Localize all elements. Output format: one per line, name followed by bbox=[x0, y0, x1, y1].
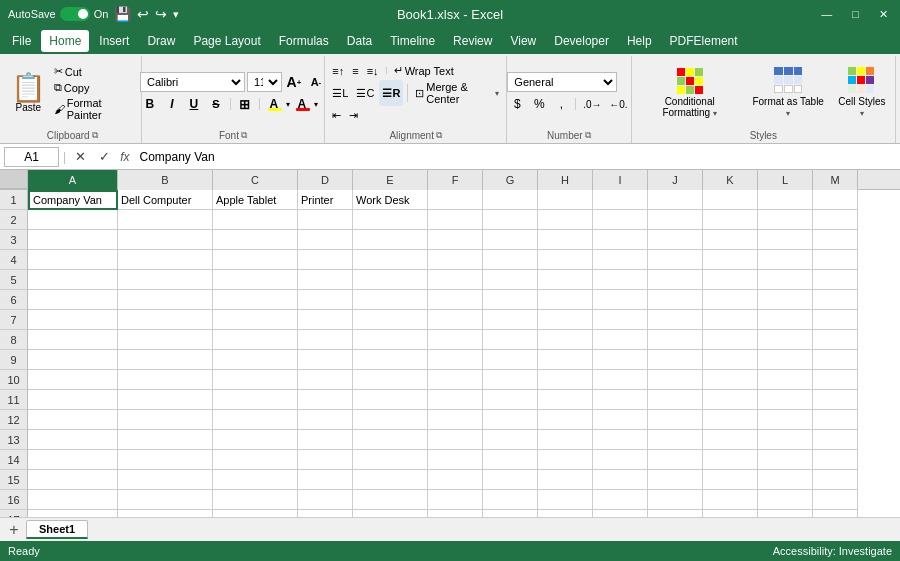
col-header-g[interactable]: G bbox=[483, 170, 538, 190]
cell[interactable] bbox=[28, 310, 118, 330]
col-header-a[interactable]: A bbox=[28, 170, 118, 190]
conditional-formatting-arrow[interactable]: ▾ bbox=[713, 109, 717, 118]
autosave-toggle[interactable]: AutoSave On bbox=[8, 7, 108, 21]
row-number[interactable]: 3 bbox=[0, 230, 28, 250]
menu-page-layout[interactable]: Page Layout bbox=[185, 30, 268, 52]
cell[interactable] bbox=[703, 470, 758, 490]
cell[interactable] bbox=[813, 190, 858, 210]
cell[interactable] bbox=[353, 470, 428, 490]
cell-reference-box[interactable] bbox=[4, 147, 59, 167]
menu-home[interactable]: Home bbox=[41, 30, 89, 52]
cell[interactable] bbox=[353, 370, 428, 390]
cell[interactable] bbox=[28, 450, 118, 470]
cell[interactable] bbox=[758, 470, 813, 490]
cell[interactable] bbox=[703, 330, 758, 350]
cell[interactable] bbox=[648, 350, 703, 370]
cell[interactable] bbox=[213, 310, 298, 330]
cell[interactable] bbox=[28, 430, 118, 450]
cell[interactable] bbox=[813, 310, 858, 330]
cell[interactable]: Company Van bbox=[28, 190, 118, 210]
cell[interactable] bbox=[593, 310, 648, 330]
cell[interactable] bbox=[538, 210, 593, 230]
align-middle-btn[interactable]: ≡ bbox=[349, 63, 361, 78]
cell[interactable] bbox=[538, 490, 593, 510]
cell[interactable] bbox=[813, 370, 858, 390]
cell[interactable] bbox=[298, 370, 353, 390]
col-header-m[interactable]: M bbox=[813, 170, 858, 190]
menu-help[interactable]: Help bbox=[619, 30, 660, 52]
menu-file[interactable]: File bbox=[4, 30, 39, 52]
row-number[interactable]: 15 bbox=[0, 470, 28, 490]
cell[interactable] bbox=[298, 430, 353, 450]
cell[interactable] bbox=[813, 490, 858, 510]
cell[interactable] bbox=[28, 390, 118, 410]
cell[interactable] bbox=[703, 210, 758, 230]
cell[interactable] bbox=[593, 330, 648, 350]
cell[interactable] bbox=[593, 230, 648, 250]
cell[interactable] bbox=[483, 330, 538, 350]
cell[interactable] bbox=[758, 330, 813, 350]
col-header-c[interactable]: C bbox=[213, 170, 298, 190]
cell[interactable] bbox=[213, 210, 298, 230]
cell[interactable] bbox=[758, 350, 813, 370]
cell[interactable] bbox=[703, 350, 758, 370]
cell[interactable] bbox=[703, 290, 758, 310]
cell[interactable] bbox=[593, 270, 648, 290]
cell-styles-arrow[interactable]: ▾ bbox=[860, 109, 864, 118]
cell[interactable] bbox=[298, 510, 353, 517]
cell[interactable] bbox=[213, 390, 298, 410]
align-bottom-btn[interactable]: ≡↓ bbox=[364, 63, 382, 78]
cell[interactable] bbox=[483, 250, 538, 270]
cell[interactable] bbox=[538, 410, 593, 430]
font-size-select[interactable]: 11 bbox=[247, 72, 282, 92]
cell[interactable] bbox=[648, 370, 703, 390]
cell[interactable] bbox=[428, 390, 483, 410]
cell[interactable] bbox=[648, 430, 703, 450]
cell[interactable] bbox=[593, 350, 648, 370]
number-expand-icon[interactable]: ⧉ bbox=[585, 130, 591, 141]
cell[interactable] bbox=[538, 290, 593, 310]
cell[interactable] bbox=[703, 450, 758, 470]
menu-draw[interactable]: Draw bbox=[139, 30, 183, 52]
cell[interactable] bbox=[118, 450, 213, 470]
cell[interactable] bbox=[593, 250, 648, 270]
cell[interactable] bbox=[353, 350, 428, 370]
cell[interactable] bbox=[28, 290, 118, 310]
alignment-expand-icon[interactable]: ⧉ bbox=[436, 130, 442, 141]
bold-button[interactable]: B bbox=[140, 94, 160, 114]
cell[interactable] bbox=[593, 490, 648, 510]
col-header-f[interactable]: F bbox=[428, 170, 483, 190]
cell[interactable] bbox=[28, 410, 118, 430]
cell[interactable] bbox=[353, 310, 428, 330]
row-number[interactable]: 13 bbox=[0, 430, 28, 450]
decrease-decimal-btn[interactable]: ←0. bbox=[606, 94, 630, 114]
cell[interactable] bbox=[428, 310, 483, 330]
cell[interactable] bbox=[703, 230, 758, 250]
cell[interactable] bbox=[593, 190, 648, 210]
align-left-btn[interactable]: ☰L bbox=[329, 80, 351, 106]
cell[interactable] bbox=[298, 350, 353, 370]
cell[interactable] bbox=[28, 370, 118, 390]
indent-decrease-btn[interactable]: ⇤ bbox=[329, 108, 344, 123]
cell[interactable] bbox=[118, 330, 213, 350]
cell[interactable] bbox=[483, 370, 538, 390]
cell[interactable] bbox=[118, 250, 213, 270]
cell[interactable] bbox=[213, 290, 298, 310]
cell[interactable] bbox=[28, 250, 118, 270]
cell[interactable] bbox=[483, 350, 538, 370]
cell[interactable] bbox=[118, 290, 213, 310]
cell[interactable] bbox=[538, 510, 593, 517]
cell[interactable] bbox=[118, 430, 213, 450]
row-number[interactable]: 4 bbox=[0, 250, 28, 270]
cell[interactable] bbox=[813, 390, 858, 410]
cell[interactable] bbox=[428, 250, 483, 270]
cell[interactable] bbox=[353, 270, 428, 290]
cell[interactable] bbox=[703, 270, 758, 290]
number-format-select[interactable]: General bbox=[507, 72, 617, 92]
font-color-arrow[interactable]: ▾ bbox=[314, 100, 318, 109]
cell[interactable] bbox=[483, 450, 538, 470]
quick-access-more[interactable]: ▾ bbox=[173, 8, 179, 21]
cell[interactable] bbox=[538, 330, 593, 350]
cell[interactable] bbox=[298, 330, 353, 350]
row-number[interactable]: 8 bbox=[0, 330, 28, 350]
